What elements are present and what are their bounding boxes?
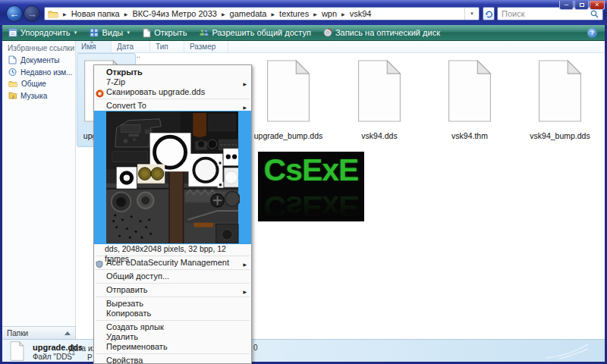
menu-item-rename[interactable]: Переименовать xyxy=(94,342,251,352)
menu-separator xyxy=(96,269,250,270)
search-icon[interactable] xyxy=(590,9,599,19)
favorites-title: Избранные ссылки xyxy=(2,41,75,54)
music-note-icon: ♪ xyxy=(8,91,17,100)
command-bar: Упорядочить ▼ Виды ▼ Открыть Разрешить о… xyxy=(2,25,605,41)
folders-band[interactable]: Папки xyxy=(2,326,76,339)
breadcrumb-segment[interactable]: textures xyxy=(278,9,310,18)
breadcrumb-segment[interactable]: ВКС-94из Метро 2033 xyxy=(131,9,219,18)
burn-button[interactable]: Запись на оптический диск xyxy=(317,25,446,40)
share-label: Разрешить общий доступ xyxy=(212,28,311,37)
breadcrumb-segment[interactable]: vsk94 xyxy=(348,9,373,18)
open-file-icon xyxy=(143,28,151,38)
burn-label: Запись на оптический диск xyxy=(335,28,440,37)
breadcrumb-segment[interactable]: wpn xyxy=(320,9,338,18)
open-label: Открыть xyxy=(154,28,187,37)
crumb-arrow-icon: ▶ xyxy=(60,11,70,17)
title-bar: ← → ▶ Новая папка ▶ ВКС-94из Метро 2033 … xyxy=(0,0,607,25)
views-caret-icon: ▼ xyxy=(126,30,131,35)
help-button[interactable]: ? xyxy=(587,28,597,38)
menu-item-convert-to[interactable]: Convert To▶ xyxy=(94,101,251,111)
address-bar[interactable]: ▶ Новая папка ▶ ВКС-94из Метро 2033 ▶ ga… xyxy=(44,7,480,20)
details-file-icon xyxy=(9,341,25,361)
menu-separator xyxy=(96,99,250,99)
menu-separator xyxy=(96,297,250,297)
menu-item-scan[interactable]: Сканировать upgrade.dds xyxy=(94,87,251,97)
details-date-value: 0 xyxy=(253,344,258,352)
address-dropdown-icon[interactable]: ▼ xyxy=(464,8,479,20)
file-vsk94-bump-dds[interactable]: vsk94_bump.dds xyxy=(518,58,602,140)
submenu-arrow-icon: ▶ xyxy=(243,103,247,113)
breadcrumb-segment[interactable]: gamedata xyxy=(228,9,269,18)
forward-arrow-icon: → xyxy=(27,8,37,20)
maximize-icon xyxy=(580,3,584,7)
menu-item-copy[interactable]: Копировать xyxy=(94,309,251,318)
file-label: vsk94_bump.dds xyxy=(518,131,602,140)
file-icon xyxy=(264,58,313,124)
forward-button[interactable]: → xyxy=(24,5,40,22)
sidebar-item-label: Музыка xyxy=(20,92,47,100)
refresh-icon xyxy=(485,10,493,18)
column-header-empty xyxy=(228,41,605,52)
file-upgrade-bump-dds[interactable]: upgrade_bump.dds xyxy=(247,58,330,140)
file-label: upgrade_bump.dds xyxy=(247,131,330,140)
back-button[interactable]: ← xyxy=(6,5,23,22)
breadcrumb-segment[interactable]: Новая папка xyxy=(70,9,121,18)
search-placeholder: Поиск xyxy=(502,9,524,18)
clock-icon xyxy=(8,67,17,77)
document-icon xyxy=(8,55,17,64)
refresh-button[interactable] xyxy=(483,7,495,20)
dds-texture-image xyxy=(105,111,240,243)
column-header-type[interactable]: Тип xyxy=(150,41,184,52)
menu-item-7zip[interactable]: 7-Zip▶ xyxy=(94,77,251,87)
minimize-button[interactable]: – xyxy=(559,1,574,10)
share-button[interactable]: Разрешить общий доступ xyxy=(193,25,317,40)
views-label: Виды xyxy=(102,28,123,37)
help-icon: ? xyxy=(590,29,595,36)
sort-indicator-icon xyxy=(90,41,94,43)
file-icon xyxy=(536,58,584,124)
views-button[interactable]: Виды ▼ xyxy=(83,25,137,40)
menu-separator xyxy=(96,283,250,284)
organize-label: Упорядочить xyxy=(20,28,70,37)
file-label: vsk94.thm xyxy=(428,131,511,140)
crumb-arrow-icon: ▶ xyxy=(121,11,131,17)
acer-security-icon xyxy=(96,259,103,268)
watermark-fade xyxy=(258,191,364,221)
menu-item-create-shortcut[interactable]: Создать ярлык xyxy=(94,322,251,332)
back-arrow-icon: ← xyxy=(10,8,20,20)
column-header-name[interactable]: Имя xyxy=(76,41,112,52)
details-swoosh-decoration xyxy=(544,343,590,359)
details-size-label: Р xyxy=(87,353,93,362)
folder-icon xyxy=(8,80,17,88)
menu-item-delete[interactable]: Удалить xyxy=(94,332,251,342)
menu-item-open[interactable]: Открыть xyxy=(94,67,251,77)
chevron-up-icon xyxy=(64,331,71,335)
menu-item-acer-edatasecurity[interactable]: Acer eDataSecurity Management▶ xyxy=(94,258,251,268)
menu-item-cut[interactable]: Вырезать xyxy=(94,299,251,309)
file-vsk94-dds[interactable]: vsk94.dds xyxy=(338,58,421,140)
views-icon xyxy=(90,28,99,37)
watermark-text: CsExE xyxy=(258,152,364,188)
crumb-arrow-icon: ▶ xyxy=(219,11,228,17)
file-vsk94-thm[interactable]: vsk94.thm xyxy=(428,58,511,140)
folders-label: Папки xyxy=(7,329,28,337)
organize-caret-icon: ▼ xyxy=(73,30,77,35)
maximize-button[interactable] xyxy=(574,1,589,10)
submenu-arrow-icon: ▶ xyxy=(243,287,247,297)
dds-thumbnail-preview[interactable] xyxy=(94,111,251,244)
menu-item-properties[interactable]: Свойства xyxy=(94,356,251,364)
open-button[interactable]: Открыть xyxy=(137,25,193,40)
antivirus-icon xyxy=(96,88,104,98)
menu-separator xyxy=(96,320,250,321)
organize-button[interactable]: Упорядочить ▼ xyxy=(2,25,83,40)
crumb-arrow-icon: ▶ xyxy=(338,11,348,17)
close-button[interactable]: × xyxy=(590,1,605,10)
column-header-size[interactable]: Размер xyxy=(184,41,228,52)
organize-icon xyxy=(8,28,17,37)
dds-info-text: dds, 2048x2048 pixels, 32 bpp, 12 frames xyxy=(94,244,251,254)
column-header-date[interactable]: Дата изме... xyxy=(112,41,150,52)
menu-item-send-to[interactable]: Отправить▶ xyxy=(94,285,251,295)
folder-icon xyxy=(48,9,58,19)
menu-item-share[interactable]: Общий доступ... xyxy=(94,271,251,281)
share-users-icon xyxy=(199,28,209,37)
